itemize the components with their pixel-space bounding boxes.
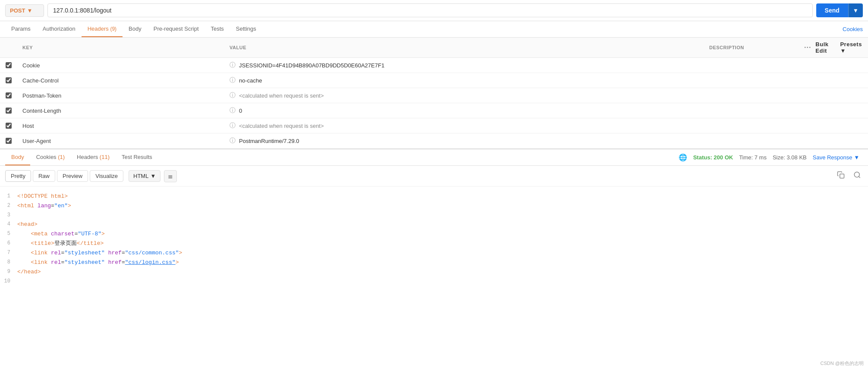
method-chevron: ▼ bbox=[27, 7, 32, 14]
format-bar: Pretty Raw Preview Visualize HTML ▼ ≣ bbox=[0, 166, 868, 187]
row-checkbox[interactable] bbox=[6, 108, 12, 114]
action-cell bbox=[799, 58, 868, 73]
word-wrap-button[interactable]: ≣ bbox=[164, 170, 177, 182]
table-row: Content-Length ⓘ 0 bbox=[0, 103, 868, 118]
response-tab-body[interactable]: Body bbox=[5, 149, 30, 165]
value-cell: ⓘ PostmanRuntime/7.29.0 bbox=[224, 133, 704, 149]
send-button[interactable]: Send bbox=[816, 3, 848, 17]
headers-badge: (9) bbox=[110, 26, 116, 32]
info-icon[interactable]: ⓘ bbox=[230, 76, 236, 84]
pretty-button[interactable]: Pretty bbox=[5, 170, 31, 182]
response-tab-headers[interactable]: Headers (11) bbox=[71, 149, 116, 165]
desc-cell bbox=[704, 88, 799, 103]
col-header-actions: ··· Bulk Edit Presets ▼ bbox=[799, 38, 868, 58]
table-row: Postman-Token ⓘ <calculated when request… bbox=[0, 88, 868, 103]
col-header-key: KEY bbox=[17, 38, 224, 58]
tab-tests[interactable]: Tests bbox=[205, 21, 230, 37]
row-checkbox[interactable] bbox=[6, 138, 12, 144]
response-tab-cookies[interactable]: Cookies (1) bbox=[30, 149, 71, 165]
status-ok-label: Status: 200 OK bbox=[693, 154, 733, 161]
value-cell: ⓘ 0 bbox=[224, 103, 704, 118]
key-cell: Postman-Token bbox=[17, 88, 224, 103]
info-icon[interactable]: ⓘ bbox=[230, 92, 236, 99]
key-cell: User-Agent bbox=[17, 133, 224, 149]
code-line: 10 bbox=[0, 277, 868, 285]
info-icon[interactable]: ⓘ bbox=[230, 137, 236, 145]
value-cell: ⓘ <calculated when request is sent> bbox=[224, 88, 704, 103]
request-tabs: Params Authorization Headers (9) Body Pr… bbox=[0, 21, 868, 38]
value-cell: ⓘ JSESSIONID=4F41D94B890A07BD9DD5D0E60A2… bbox=[224, 58, 704, 73]
format-label: HTML bbox=[133, 173, 148, 179]
top-bar: POST ▼ Send ▼ bbox=[0, 0, 868, 21]
search-button[interactable] bbox=[852, 169, 863, 183]
key-cell: Cache-Control bbox=[17, 73, 224, 88]
info-icon[interactable]: ⓘ bbox=[230, 122, 236, 130]
tab-params[interactable]: Params bbox=[5, 21, 37, 37]
more-options-icon[interactable]: ··· bbox=[804, 44, 811, 51]
method-dropdown[interactable]: POST ▼ bbox=[5, 4, 44, 17]
svg-point-1 bbox=[854, 172, 859, 177]
time-label: Time: 7 ms bbox=[739, 154, 767, 161]
send-dropdown-arrow[interactable]: ▼ bbox=[848, 3, 863, 17]
table-row: User-Agent ⓘ PostmanRuntime/7.29.0 bbox=[0, 133, 868, 149]
row-checkbox[interactable] bbox=[6, 92, 12, 98]
headers-table: KEY VALUE DESCRIPTION ··· Bulk Edit Pres… bbox=[0, 38, 868, 149]
code-line: 1 <!DOCTYPE html> bbox=[0, 192, 868, 201]
cookies-badge: (1) bbox=[58, 154, 65, 160]
svg-line-2 bbox=[859, 176, 860, 178]
row-checkbox[interactable] bbox=[6, 77, 12, 83]
bulk-edit-button[interactable]: Bulk Edit bbox=[815, 41, 836, 54]
globe-icon: 🌐 bbox=[679, 153, 687, 162]
visualize-button[interactable]: Visualize bbox=[90, 170, 123, 182]
value-cell: ⓘ no-cache bbox=[224, 73, 704, 88]
svg-rect-0 bbox=[840, 174, 844, 178]
key-cell: Content-Length bbox=[17, 103, 224, 118]
action-cell bbox=[799, 88, 868, 103]
tab-headers[interactable]: Headers (9) bbox=[82, 21, 123, 37]
copy-button[interactable] bbox=[835, 169, 846, 183]
action-cell bbox=[799, 73, 868, 88]
code-line: 8 <link rel="stylesheet" href="css/login… bbox=[0, 258, 868, 267]
table-row: Host ⓘ <calculated when request is sent> bbox=[0, 118, 868, 133]
info-icon[interactable]: ⓘ bbox=[230, 61, 236, 69]
resp-headers-badge: (11) bbox=[100, 154, 110, 160]
cookies-link[interactable]: Cookies bbox=[843, 22, 863, 37]
response-tabs: Body Cookies (1) Headers (11) Test Resul… bbox=[0, 149, 868, 166]
desc-cell bbox=[704, 73, 799, 88]
value-text: PostmanRuntime/7.29.0 bbox=[239, 138, 299, 144]
send-button-group: Send ▼ bbox=[816, 3, 863, 17]
row-checkbox-cell bbox=[0, 118, 17, 133]
tab-authorization[interactable]: Authorization bbox=[37, 21, 82, 37]
size-label: Size: 3.08 KB bbox=[773, 154, 807, 161]
action-cell bbox=[799, 103, 868, 118]
presets-button[interactable]: Presets ▼ bbox=[840, 41, 863, 54]
method-label: POST bbox=[10, 7, 25, 14]
row-checkbox-cell bbox=[0, 58, 17, 73]
row-checkbox-cell bbox=[0, 73, 17, 88]
response-section: Body Cookies (1) Headers (11) Test Resul… bbox=[0, 149, 868, 291]
info-icon[interactable]: ⓘ bbox=[230, 107, 236, 114]
url-input[interactable] bbox=[47, 3, 813, 17]
row-checkbox[interactable] bbox=[6, 62, 12, 68]
desc-cell bbox=[704, 133, 799, 149]
tab-body[interactable]: Body bbox=[123, 21, 148, 37]
raw-button[interactable]: Raw bbox=[33, 170, 55, 182]
col-header-value: VALUE bbox=[224, 38, 704, 58]
row-checkbox[interactable] bbox=[6, 123, 12, 129]
table-row: Cookie ⓘ JSESSIONID=4F41D94B890A07BD9DD5… bbox=[0, 58, 868, 73]
code-line: 7 <link rel="stylesheet" href="css/commo… bbox=[0, 248, 868, 258]
response-tab-test-results[interactable]: Test Results bbox=[116, 149, 158, 165]
value-text: <calculated when request is sent> bbox=[239, 92, 324, 99]
action-cell bbox=[799, 118, 868, 133]
row-checkbox-cell bbox=[0, 103, 17, 118]
preview-button[interactable]: Preview bbox=[57, 170, 88, 182]
row-checkbox-cell bbox=[0, 88, 17, 103]
code-line: 6 <title>登录页面</title> bbox=[0, 239, 868, 248]
headers-section: KEY VALUE DESCRIPTION ··· Bulk Edit Pres… bbox=[0, 38, 868, 149]
save-response-button[interactable]: Save Response ▼ bbox=[813, 154, 859, 161]
code-viewer: 1 <!DOCTYPE html> 2 <html lang="en"> 3 4… bbox=[0, 187, 868, 291]
tab-prerequest[interactable]: Pre-request Script bbox=[148, 21, 205, 37]
format-dropdown[interactable]: HTML ▼ bbox=[129, 170, 160, 182]
tab-settings[interactable]: Settings bbox=[230, 21, 262, 37]
code-line: 4 <head> bbox=[0, 220, 868, 229]
